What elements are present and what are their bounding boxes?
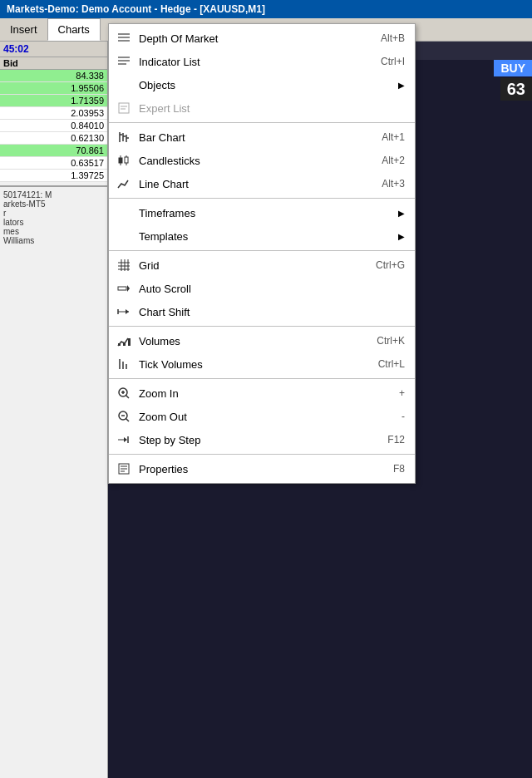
svg-rect-16 <box>118 63 126 65</box>
volumes-shortcut: Ctrl+K <box>377 335 405 347</box>
col-headers: Bid <box>0 57 107 70</box>
zoom-in-item[interactable]: Zoom In + <box>109 382 415 405</box>
templates-arrow: ▶ <box>398 232 405 241</box>
market-row: 1.95506 <box>0 82 107 95</box>
market-row: 0.63517 <box>0 157 107 170</box>
menu-section-5: Volumes Ctrl+K Tick Volumes Ctrl+L <box>109 327 415 379</box>
timeframes-icon <box>116 204 132 221</box>
candlestick-icon <box>116 152 132 169</box>
svg-rect-11 <box>118 33 130 35</box>
svg-rect-26 <box>119 158 122 163</box>
volumes-label: Volumes <box>139 335 360 347</box>
svg-rect-17 <box>119 103 129 113</box>
templates-icon <box>116 228 132 244</box>
title-bar: Markets-Demo: Demo Account - Hedge - [XA… <box>0 0 532 18</box>
bar-chart-icon <box>116 129 132 145</box>
menu-section-4: Grid Ctrl+G Auto Scroll Chart Shift <box>109 251 415 327</box>
line-chart-shortcut: Alt+3 <box>382 178 405 190</box>
bottom-item: mes <box>3 227 104 236</box>
menu-section-3: Timeframes ▶ Templates ▶ <box>109 199 415 251</box>
expert-icon <box>116 100 132 116</box>
title-text: Markets-Demo: Demo Account - Hedge - [XA… <box>7 3 265 15</box>
candlesticks-shortcut: Alt+2 <box>382 155 405 166</box>
auto-scroll-label: Auto Scroll <box>139 283 405 295</box>
objects-icon <box>116 76 132 93</box>
depth-of-market-label: Depth Of Market <box>139 32 364 45</box>
timeframes-label: Timeframes <box>139 207 392 219</box>
menu-section-1: Depth Of Market Alt+B Indicator List Ctr… <box>109 24 415 123</box>
properties-label: Properties <box>139 463 377 475</box>
bar-chart-item[interactable]: Bar Chart Alt+1 <box>109 126 415 149</box>
objects-item[interactable]: Objects ▶ <box>109 73 415 96</box>
tick-volumes-shortcut: Ctrl+L <box>378 358 405 370</box>
menu-charts[interactable]: Charts <box>47 18 101 41</box>
svg-rect-14 <box>118 57 130 58</box>
col-bid-label: Bid <box>3 58 18 68</box>
indicator-list-item[interactable]: Indicator List Ctrl+I <box>109 50 415 73</box>
bar-chart-shortcut: Alt+1 <box>382 131 405 143</box>
zoom-out-label: Zoom Out <box>139 411 385 423</box>
dom-icon <box>116 30 132 47</box>
indicator-list-label: Indicator List <box>139 56 364 68</box>
auto-scroll-icon <box>116 280 132 297</box>
svg-rect-43 <box>118 343 121 346</box>
templates-item[interactable]: Templates ▶ <box>109 224 415 248</box>
bottom-item: r <box>3 209 104 218</box>
templates-label: Templates <box>139 230 392 243</box>
expert-list-item: Expert List <box>109 96 415 120</box>
svg-rect-38 <box>118 287 126 290</box>
expert-list-label: Expert List <box>139 102 405 115</box>
menu-insert[interactable]: Insert <box>0 18 47 41</box>
properties-shortcut: F8 <box>393 463 405 475</box>
line-chart-icon <box>116 175 132 192</box>
market-row: 1.71359 <box>0 95 107 107</box>
chart-shift-label: Chart Shift <box>139 306 405 318</box>
depth-of-market-item[interactable]: Depth Of Market Alt+B <box>109 27 415 50</box>
chart-shift-item[interactable]: Chart Shift <box>109 300 415 323</box>
svg-line-50 <box>126 396 130 399</box>
bottom-item: arkets-MT5 <box>3 199 104 209</box>
step-icon <box>116 431 132 448</box>
volumes-item[interactable]: Volumes Ctrl+K <box>109 329 415 352</box>
chart-shift-icon <box>116 303 132 320</box>
candlesticks-label: Candlesticks <box>139 155 365 167</box>
svg-rect-12 <box>118 37 130 38</box>
market-row: 70.861 <box>0 145 107 157</box>
timeframes-arrow: ▶ <box>398 209 405 218</box>
candlesticks-item[interactable]: Candlesticks Alt+2 <box>109 149 415 172</box>
zoom-out-item[interactable]: Zoom Out - <box>109 405 415 428</box>
charts-dropdown-menu: Depth Of Market Alt+B Indicator List Ctr… <box>108 23 416 484</box>
price-display: 63 <box>500 78 532 101</box>
left-panel: 45:02 Bid 84.338 1.95506 1.71359 2.03953… <box>0 42 108 778</box>
zoom-out-icon <box>116 408 132 425</box>
timeframes-item[interactable]: Timeframes ▶ <box>109 201 415 224</box>
market-row: 0.84010 <box>0 120 107 132</box>
grid-item[interactable]: Grid Ctrl+G <box>109 254 415 277</box>
step-by-step-item[interactable]: Step by Step F12 <box>109 428 415 451</box>
svg-rect-45 <box>128 338 131 346</box>
svg-rect-15 <box>118 60 130 62</box>
zoom-out-shortcut: - <box>401 411 405 422</box>
time-display: 45:02 <box>3 43 29 55</box>
zoom-in-icon <box>116 385 132 401</box>
line-chart-label: Line Chart <box>139 178 365 190</box>
indicator-list-shortcut: Ctrl+I <box>381 56 405 67</box>
menu-section-2: Bar Chart Alt+1 Candlesticks Alt+2 <box>109 123 415 199</box>
grid-shortcut: Ctrl+G <box>376 259 405 271</box>
auto-scroll-item[interactable]: Auto Scroll <box>109 277 415 300</box>
market-row: 1.39725 <box>0 170 107 182</box>
line-chart-item[interactable]: Line Chart Alt+3 <box>109 172 415 195</box>
svg-rect-29 <box>125 157 128 163</box>
market-row: 0.62130 <box>0 132 107 145</box>
volumes-icon <box>116 332 132 349</box>
properties-icon <box>116 460 132 477</box>
bottom-item: Williams <box>3 236 104 245</box>
grid-icon <box>116 257 132 273</box>
properties-item[interactable]: Properties F8 <box>109 457 415 480</box>
svg-marker-41 <box>126 309 129 314</box>
tick-volumes-item[interactable]: Tick Volumes Ctrl+L <box>109 352 415 376</box>
buy-button[interactable]: BUY <box>494 60 532 76</box>
tick-volumes-icon <box>116 356 132 372</box>
indicator-icon <box>116 53 132 70</box>
depth-of-market-shortcut: Alt+B <box>381 32 405 44</box>
